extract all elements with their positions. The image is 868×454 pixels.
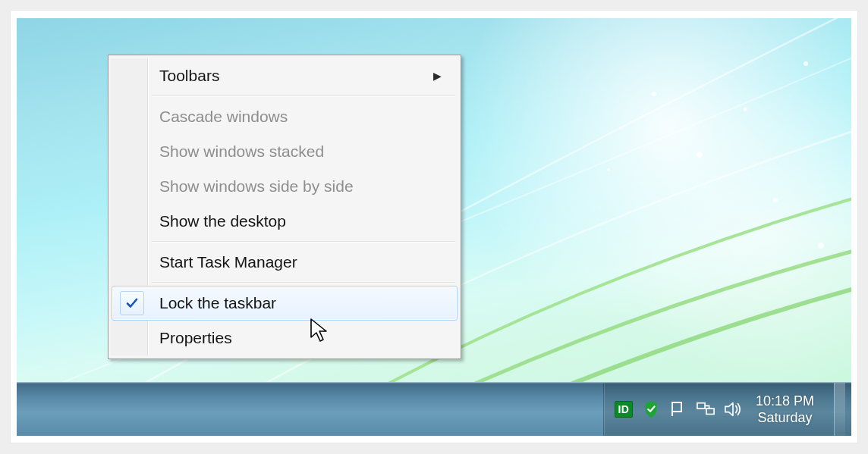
- tray-network-icon[interactable]: [697, 400, 715, 418]
- id-badge-label: ID: [615, 401, 633, 418]
- menu-item-label: Show the desktop: [159, 212, 286, 230]
- menu-item-show-windows-stacked: Show windows stacked: [112, 134, 458, 169]
- menu-item-toolbars[interactable]: Toolbars ▶: [112, 58, 458, 93]
- tray-volume-icon[interactable]: [724, 400, 742, 418]
- menu-item-label: Show windows stacked: [159, 142, 324, 161]
- menu-separator: [152, 282, 455, 283]
- menu-item-cascade-windows: Cascade windows: [112, 99, 458, 134]
- svg-point-1: [697, 152, 703, 158]
- menu-item-label: Show windows side by side: [159, 177, 354, 196]
- system-tray: ID: [603, 383, 851, 436]
- svg-point-4: [607, 168, 610, 171]
- menu-item-label: Cascade windows: [159, 108, 288, 126]
- checkmark-icon: [120, 291, 144, 315]
- menu-item-lock-the-taskbar[interactable]: Lock the taskbar: [112, 286, 458, 321]
- menu-separator: [152, 95, 455, 97]
- menu-item-label: Start Task Manager: [159, 253, 297, 271]
- menu-item-label: Toolbars: [159, 67, 219, 85]
- clock-time: 10:18 PM: [756, 393, 814, 410]
- tray-security-icon[interactable]: [642, 400, 660, 418]
- clock-day: Saturday: [756, 409, 814, 427]
- taskbar[interactable]: ID: [17, 382, 851, 436]
- menu-item-label: Lock the taskbar: [159, 294, 276, 312]
- svg-rect-8: [706, 409, 714, 414]
- svg-point-2: [744, 108, 747, 111]
- menu-item-label: Properties: [159, 329, 232, 347]
- menu-item-show-windows-side-by-side: Show windows side by side: [112, 169, 458, 204]
- submenu-arrow-icon: ▶: [433, 70, 442, 82]
- tray-action-center-icon[interactable]: [669, 400, 687, 418]
- svg-rect-7: [697, 403, 705, 409]
- screenshot-frame: Toolbars ▶ Cascade windows Show windows …: [11, 11, 857, 443]
- svg-point-5: [804, 61, 808, 66]
- show-desktop-button[interactable]: [834, 383, 845, 436]
- menu-item-properties[interactable]: Properties: [112, 321, 458, 355]
- tray-clock[interactable]: 10:18 PM Saturday: [751, 393, 822, 427]
- svg-point-6: [818, 243, 824, 249]
- svg-point-3: [773, 198, 778, 202]
- menu-item-start-task-manager[interactable]: Start Task Manager: [112, 245, 458, 280]
- menu-item-show-the-desktop[interactable]: Show the desktop: [112, 204, 458, 239]
- tray-id-icon[interactable]: ID: [615, 400, 633, 418]
- context-menu-list: Toolbars ▶ Cascade windows Show windows …: [111, 58, 458, 355]
- svg-point-0: [652, 92, 656, 96]
- taskbar-context-menu: Toolbars ▶ Cascade windows Show windows …: [108, 55, 461, 359]
- menu-separator: [152, 241, 455, 243]
